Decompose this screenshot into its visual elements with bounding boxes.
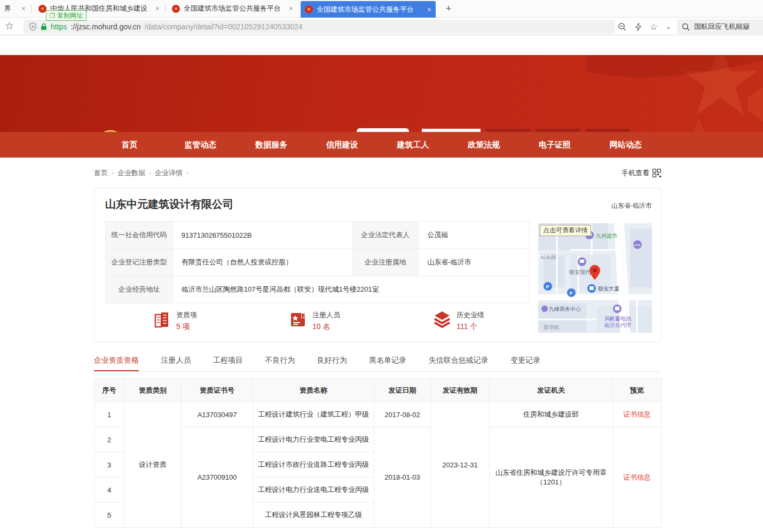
tab-good-behavior[interactable]: 良好行为	[317, 356, 347, 370]
site-header: 中华人民共和国住房和城乡建设部 www.mohurd.gov.cn 全国建筑市场…	[0, 55, 763, 132]
stat-label: 历史业绩	[457, 310, 484, 320]
cell-no: 1	[95, 402, 124, 427]
table-header-row: 序号 资质类别 资质证书号 资质名称 发证日期 发证有效期 发证机关 预览	[95, 379, 662, 402]
browser-tab-strip: 界 × ★ 中华人民共和国住房和城乡建设 × ★ 全国建筑市场监管公共服务平台 …	[0, 0, 763, 18]
close-icon[interactable]: ×	[427, 6, 431, 13]
credit-code-value: 91371302675501022B	[172, 222, 352, 249]
personnel-certificate-icon	[289, 310, 307, 328]
nav-item-e-license[interactable]: 电子证照	[520, 132, 591, 158]
chevron-down-icon[interactable]: ⌄	[666, 23, 671, 30]
browser-actions: ☆ ⌄	[618, 20, 671, 33]
certificate-info-link[interactable]: 证书信息	[623, 473, 651, 481]
cell-cert-no: A237009100	[182, 427, 253, 528]
tab-title: 全国建筑市场监管公共服务平台	[317, 5, 423, 14]
mobile-view[interactable]: 手机查看	[622, 168, 661, 178]
breadcrumb-enterprise-detail[interactable]: 企业详情	[155, 168, 183, 178]
tab-registered-personnel[interactable]: 注册人员	[161, 356, 191, 370]
cell-cert-no: A137030497	[182, 402, 253, 427]
nav-item-policy[interactable]: 政策法规	[449, 132, 520, 158]
tab-change-records[interactable]: 变更记录	[510, 356, 540, 370]
legal-rep-value: 公茂福	[419, 222, 529, 249]
cell-no: 4	[95, 478, 124, 503]
tab-projects[interactable]: 工程项目	[213, 356, 243, 370]
map-label-lianan-tower: 联安大厦	[598, 286, 619, 292]
url-scheme: https	[51, 22, 67, 31]
browser-url-row: ☆ https://jzsc.mohurd.gov.cn/data/compan…	[0, 18, 763, 35]
tab-bad-behavior[interactable]: 不良行为	[265, 356, 295, 370]
cell-no: 5	[95, 503, 124, 528]
map-label-business-center: 九峰商务中心	[549, 306, 581, 312]
nav-item-supervision[interactable]: 监管动态	[165, 132, 236, 158]
nav-item-site-news[interactable]: 网站动态	[590, 132, 661, 158]
url-host: ://jzsc.mohurd.gov.cn	[70, 22, 140, 31]
stat-qualifications[interactable]: 资质项 5 项	[153, 310, 197, 332]
nav-item-data-service[interactable]: 数据服务	[236, 132, 307, 158]
site-favicon-icon: ★	[38, 5, 46, 13]
company-detail-card: 山东中元建筑设计有限公司 山东省-临沂市 统一社会信用代码 9137130267…	[94, 188, 661, 342]
search-icon	[682, 23, 690, 31]
browser-tab-2[interactable]: ★ 全国建筑市场监管公共服务平台 ×	[168, 0, 297, 17]
cell-authority: 山东省住房和城乡建设厅许可专用章（1201）	[490, 427, 613, 528]
reg-type-label: 企业登记注册类型	[106, 249, 173, 276]
reg-type-value: 有限责任公司（自然人投资或控股）	[172, 249, 352, 276]
browser-window: 界 × ★ 中华人民共和国住房和城乡建设 × ★ 全国建筑市场监管公共服务平台 …	[0, 0, 763, 532]
browser-tab-0[interactable]: 界 ×	[0, 0, 30, 17]
qualification-building-icon	[153, 310, 171, 328]
breadcrumb-home[interactable]: 首页	[94, 168, 108, 178]
close-icon[interactable]: ×	[21, 5, 26, 12]
new-tab-icon[interactable]: +	[442, 3, 455, 15]
copy-icon: ❐	[50, 12, 55, 19]
browser-tab-3-active[interactable]: ★ 全国建筑市场监管公共服务平台 ×	[301, 1, 436, 18]
nav-item-workers[interactable]: 建筑工人	[377, 132, 449, 158]
nav-item-credit[interactable]: 信用建设	[306, 132, 377, 158]
browser-search-box[interactable]: 国航回应飞机颠簸	[677, 19, 763, 34]
cell-authority: 住房和城乡建设部	[490, 402, 613, 427]
tab-dishonesty-records[interactable]: 失信联合惩戒记录	[429, 356, 489, 370]
tab-title: 全国建筑市场监管公共服务平台	[184, 4, 285, 13]
cell-validity: 2023-12-31	[431, 402, 490, 528]
cell-name: 工程设计市政行业道路工程专业丙级	[253, 452, 374, 478]
performance-layers-icon	[433, 310, 451, 328]
certificate-info-link[interactable]: 证书信息	[623, 410, 651, 418]
map-label-battery-1: 风帆蓄电池	[604, 316, 631, 322]
breadcrumb-enterprise-data[interactable]: 企业数据	[117, 168, 145, 178]
stat-label: 注册人员	[312, 310, 340, 320]
bookmark-star-icon[interactable]: ☆	[5, 20, 14, 32]
map-canvas: 九州超市 ATM 记花园 联安现代城 联安大厦 P P 九峰商务中心	[538, 223, 652, 333]
close-icon[interactable]: ×	[155, 5, 160, 12]
qr-code: 🏢 S	[357, 128, 409, 132]
stat-value: 10 名	[312, 322, 340, 332]
zoom-out-icon[interactable]	[618, 22, 627, 32]
company-info-table: 统一社会信用代码 91371302675501022B 企业法定代表人 公茂福 …	[105, 221, 529, 303]
table-row: 1 设计资质 A137030497 工程设计建筑行业（建筑工程）甲级 2017-…	[95, 402, 662, 427]
chevron-separator-icon: ›	[186, 169, 188, 177]
star-icon[interactable]: ☆	[650, 21, 658, 33]
close-icon[interactable]: ×	[289, 5, 293, 12]
main-navigation: 首页 监管动态 数据服务 信用建设 建筑工人 政策法规 电子证照 网站动态	[0, 132, 763, 158]
parking-icon: P	[570, 291, 573, 296]
stat-value: 111 个	[457, 322, 484, 332]
nav-item-home[interactable]: 首页	[94, 132, 165, 158]
col-header-name: 资质名称	[253, 379, 374, 402]
shield-icon[interactable]	[29, 22, 37, 31]
cell-issue-date: 2017-08-02	[374, 402, 431, 427]
flash-icon[interactable]	[635, 22, 642, 32]
col-header-category: 资质类别	[124, 379, 182, 402]
stat-historical-performance[interactable]: 历史业绩 111 个	[433, 310, 484, 332]
tab-qualifications[interactable]: 企业资质资格	[94, 356, 139, 371]
cell-name: 工程设计电力行业变电工程专业丙级	[253, 427, 374, 452]
stat-value: 5 项	[176, 322, 197, 332]
tab-blacklist[interactable]: 黑名单记录	[369, 356, 406, 370]
map-label-supermarket: 九州超市	[596, 233, 618, 239]
location-map[interactable]: 九州超市 ATM 记花园 联安现代城 联安大厦 P P 九峰商务中心	[538, 223, 652, 333]
col-header-no: 序号	[95, 379, 124, 402]
stat-registered-personnel[interactable]: 注册人员 10 名	[289, 310, 340, 332]
map-label-battery-2: 临沂总代理	[604, 322, 631, 328]
quick-search-text: 国航回应飞机颠簸	[694, 22, 750, 32]
tab-separator	[31, 5, 32, 13]
url-bar[interactable]: https://jzsc.mohurd.gov.cn/data/company/…	[23, 20, 615, 34]
breadcrumb-row: 首页 › 企业数据 › 企业详情 › 手机查看	[94, 168, 661, 178]
reg-region-value: 山东省-临沂市	[419, 249, 529, 276]
breadcrumb: 首页 › 企业数据 › 企业详情 ›	[94, 168, 188, 178]
qr-icon	[652, 169, 661, 177]
